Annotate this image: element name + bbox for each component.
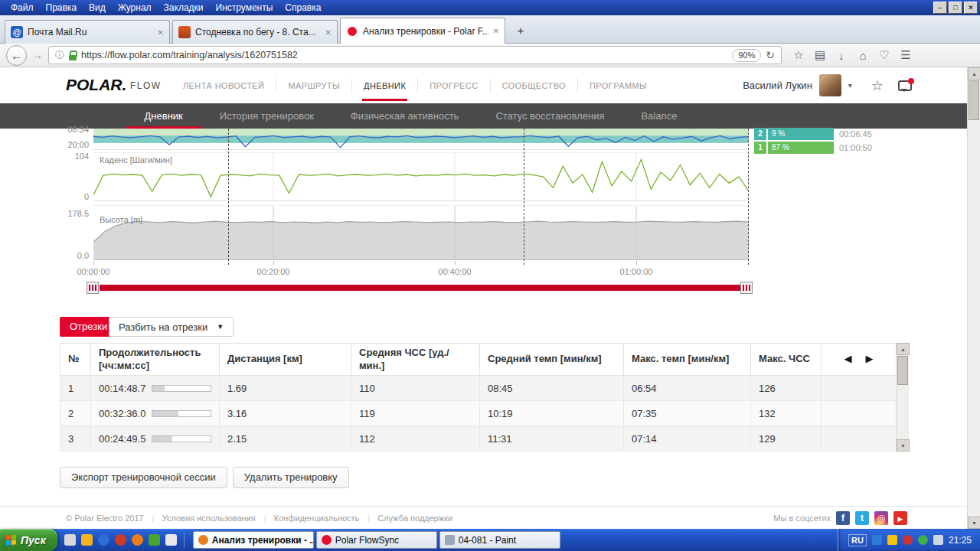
- privacy-link[interactable]: Конфиденциальность: [274, 514, 360, 523]
- split-segments-dropdown[interactable]: Разбить на отрезки ▼: [109, 317, 234, 337]
- home-icon[interactable]: ⌂: [852, 49, 874, 62]
- menu-edit[interactable]: Правка: [40, 1, 83, 15]
- forward-icon[interactable]: →: [31, 49, 44, 61]
- quicklaunch-icon-1[interactable]: [64, 534, 76, 546]
- range-slider-track[interactable]: [100, 285, 741, 291]
- zone-number: 2: [754, 128, 766, 140]
- site-nav: ЛЕНТА НОВОСТЕЙ МАРШРУТЫ ДНЕВНИК ПРОГРЕСС…: [172, 67, 658, 103]
- downloads-icon[interactable]: ↓: [831, 49, 852, 62]
- subnav-recovery[interactable]: Статус восстановления: [477, 103, 622, 129]
- altitude-title: Высота [m]: [100, 215, 142, 224]
- url-bar[interactable]: ⓘ https://flow.polar.com/training/analys…: [48, 46, 782, 64]
- tab-mailru[interactable]: @ Почта Mail.Ru ✕: [5, 20, 170, 44]
- slider-right-handle[interactable]: [740, 282, 753, 294]
- col-number: №: [60, 344, 91, 376]
- minimize-icon[interactable]: –: [933, 2, 947, 14]
- nav-programs[interactable]: ПРОГРАММЫ: [577, 78, 658, 93]
- facebook-icon[interactable]: [836, 511, 850, 525]
- new-tab-button[interactable]: +: [509, 21, 532, 41]
- bookmark-star-icon[interactable]: ☆: [788, 48, 809, 62]
- subnav-diary[interactable]: Дневник: [126, 103, 201, 129]
- scrollbar-thumb[interactable]: [969, 80, 979, 120]
- tray-icon-4[interactable]: [918, 535, 928, 545]
- start-button[interactable]: Пуск: [0, 529, 57, 551]
- hamburger-menu-icon[interactable]: ☰: [895, 48, 916, 62]
- support-link[interactable]: Служба поддержки: [377, 514, 452, 523]
- window-controls: – □ ✕: [933, 2, 980, 14]
- menu-history[interactable]: Журнал: [112, 1, 158, 15]
- tab-polar-active[interactable]: Анализ тренировки - Polar F... ✕: [340, 18, 505, 44]
- library-icon[interactable]: ▤: [809, 48, 831, 62]
- task-flowsync[interactable]: Polar FlowSync: [316, 531, 437, 549]
- scroll-up-icon[interactable]: ▲: [897, 343, 910, 355]
- quicklaunch-icon-5[interactable]: [132, 534, 143, 546]
- quicklaunch-icon-3[interactable]: [98, 534, 109, 546]
- delete-training-button[interactable]: Удалить тренировку: [233, 467, 349, 488]
- zoom-level[interactable]: 90%: [732, 49, 761, 62]
- nav-diary[interactable]: ДНЕВНИК: [351, 78, 417, 93]
- slider-left-handle[interactable]: [87, 282, 99, 294]
- nav-community[interactable]: СООБЩЕСТВО: [490, 78, 578, 93]
- table-scrollbar[interactable]: ▲ ▼: [896, 343, 909, 452]
- tab-close-icon[interactable]: ✕: [158, 28, 164, 37]
- export-session-button[interactable]: Экспорт тренировочной сессии: [60, 467, 227, 488]
- menu-view[interactable]: Вид: [83, 1, 112, 15]
- nav-feed[interactable]: ЛЕНТА НОВОСТЕЙ: [172, 78, 276, 93]
- subnav-balance[interactable]: Balance: [622, 103, 695, 129]
- twitter-icon[interactable]: [855, 511, 869, 525]
- tray-icon-2[interactable]: [887, 535, 897, 545]
- prev-page-icon[interactable]: ◀: [844, 353, 852, 365]
- instagram-icon[interactable]: [874, 511, 888, 525]
- firefox-icon: [198, 535, 208, 545]
- quicklaunch-icon-4[interactable]: [115, 534, 126, 546]
- tab-close-icon[interactable]: ✕: [493, 27, 499, 35]
- scroll-down-icon[interactable]: ▼: [897, 439, 910, 452]
- youtube-icon[interactable]: [893, 511, 907, 525]
- notifications-icon[interactable]: [898, 80, 912, 91]
- menu-tools[interactable]: Инструменты: [210, 1, 279, 15]
- quicklaunch-icon-6[interactable]: [149, 534, 160, 546]
- page-scrollbar[interactable]: ▲ ▼: [967, 67, 980, 529]
- restore-icon[interactable]: □: [949, 2, 962, 14]
- duration-bar: [152, 435, 211, 442]
- close-icon[interactable]: ✕: [964, 2, 978, 14]
- task-browser[interactable]: Анализ тренировки - ...: [193, 531, 314, 549]
- back-icon[interactable]: ←: [6, 45, 27, 66]
- tab-close-icon[interactable]: ✕: [325, 28, 332, 37]
- avatar[interactable]: [819, 74, 841, 96]
- nav-routes[interactable]: МАРШРУТЫ: [276, 78, 351, 93]
- language-indicator[interactable]: RU: [848, 534, 867, 546]
- nav-progress[interactable]: ПРОГРЕСС: [417, 78, 489, 93]
- zone-percent-bar: 87 %: [768, 142, 834, 154]
- menu-help[interactable]: Справка: [279, 1, 327, 15]
- chevron-down-icon[interactable]: ▾: [848, 81, 852, 90]
- next-page-icon[interactable]: ▶: [866, 353, 874, 365]
- tray-icon-1[interactable]: [872, 535, 882, 545]
- scroll-up-icon[interactable]: ▲: [968, 67, 980, 80]
- favorite-star-icon[interactable]: ☆: [871, 77, 884, 94]
- tab-runforum[interactable]: Стодневка по бегу - 8. Ста... ✕: [172, 20, 338, 44]
- menu-file[interactable]: Файл: [5, 1, 40, 15]
- table-row[interactable]: 1 00:14:48.7 1.69 110 08:45 06:54 126: [60, 376, 897, 401]
- table-header-row: № Продолжительность [чч:мм:сс] Дистанция…: [60, 344, 897, 376]
- task-paint[interactable]: 04-081 - Paint: [439, 531, 560, 549]
- tray-icon-3[interactable]: [903, 535, 913, 545]
- info-icon[interactable]: ⓘ: [55, 49, 64, 62]
- tray-icon-5[interactable]: [933, 535, 943, 545]
- subnav-history[interactable]: История тренировок: [201, 103, 332, 129]
- scrollbar-thumb[interactable]: [897, 356, 908, 385]
- polar-logo[interactable]: POLAR.: [66, 76, 126, 94]
- reload-icon[interactable]: ↻: [766, 49, 775, 61]
- url-text[interactable]: https://flow.polar.com/training/analysis…: [81, 50, 727, 60]
- lock-icon[interactable]: [69, 51, 77, 60]
- table-row[interactable]: 2 00:32:36.0 3.16 119 10:19 07:35 132: [60, 401, 897, 426]
- subnav-activity[interactable]: Физическая активность: [332, 103, 478, 129]
- quicklaunch-icon-2[interactable]: [81, 534, 93, 546]
- quicklaunch-icon-7[interactable]: [165, 534, 177, 546]
- terms-link[interactable]: Условия использования: [162, 514, 256, 523]
- user-name[interactable]: Василий Лукин: [743, 80, 812, 91]
- table-row[interactable]: 3 00:24:49.5 2.15 112 11:31 07:14 129: [60, 426, 897, 452]
- scroll-down-icon[interactable]: ▼: [968, 517, 980, 529]
- pocket-icon[interactable]: ♡: [874, 48, 895, 62]
- menu-bookmarks[interactable]: Закладки: [158, 1, 210, 15]
